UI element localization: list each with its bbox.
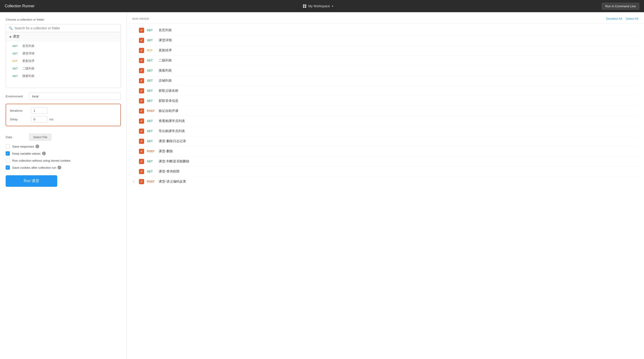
request-checkbox[interactable] — [139, 98, 144, 104]
header-center: My Workspace ▾ — [303, 4, 333, 8]
method-tag: GET — [147, 140, 156, 143]
collection-items: GET 首页列表 GET 课货详情 PUT 更新排序 GET 二级列表 GET — [6, 41, 121, 81]
request-name: 获取父级名称 — [159, 89, 178, 93]
iterations-delay-box: Iterations Delay ms — [6, 104, 121, 126]
request-checkbox[interactable] — [139, 38, 144, 43]
method-put-tag: PUT — [12, 60, 20, 62]
request-checkbox[interactable] — [139, 108, 144, 114]
request-checkbox[interactable] — [139, 118, 144, 124]
request-name: 课货-查询权限 — [159, 170, 180, 174]
request-checkbox[interactable] — [139, 58, 144, 63]
request-name: 导出购课学员列表 — [159, 129, 185, 133]
run-without-cookies-checkbox[interactable] — [6, 158, 10, 162]
delay-label: Delay — [10, 118, 31, 121]
request-checkbox[interactable] — [139, 28, 144, 33]
settings-section: Environment local Iterations Delay ms — [6, 93, 121, 187]
request-checkbox[interactable] — [139, 149, 144, 154]
method-tag: GET — [147, 160, 156, 163]
method-get-tag: GET — [12, 67, 20, 70]
app-title: Collection Runner — [5, 4, 34, 8]
table-row: GET 课货-删除日志记录 — [132, 136, 638, 146]
request-name: 二级列表 — [159, 58, 172, 63]
workspace-chevron-icon: ▾ — [332, 5, 333, 8]
run-without-cookies-label: Run collection without using stored cook… — [12, 159, 71, 162]
request-checkbox[interactable] — [139, 179, 144, 184]
request-checkbox[interactable] — [139, 48, 144, 53]
ms-label: ms — [49, 118, 53, 121]
request-checkbox[interactable] — [139, 139, 144, 144]
request-name: 课货-删除日志记录 — [159, 139, 186, 143]
item-name: 首页列表 — [22, 44, 34, 48]
table-row: GET 课货-查询权限 — [132, 166, 638, 177]
table-row: GET 获取登录信息 — [132, 96, 638, 106]
search-box: 🔍 — [6, 24, 121, 32]
environment-select[interactable]: local — [29, 93, 121, 100]
save-responses-checkbox[interactable] — [6, 144, 10, 148]
save-cookies-row: Save cookies after collection run i — [6, 166, 121, 170]
run-command-line-button[interactable]: Run In Command Line — [602, 3, 639, 10]
save-responses-info-icon[interactable]: i — [36, 144, 39, 148]
workspace-label[interactable]: My Workspace — [308, 4, 330, 8]
list-item[interactable]: PUT 更新排序 — [6, 57, 121, 65]
request-name: 查看购课学员列表 — [159, 119, 185, 123]
request-name: 课货详情 — [159, 38, 172, 42]
method-tag: GET — [147, 79, 156, 82]
method-tag: PUT — [147, 49, 156, 52]
table-row: POST 验证自助开课 — [132, 106, 638, 116]
app-header: Collection Runner My Workspace ▾ Run In … — [0, 0, 644, 12]
request-checkbox[interactable] — [139, 68, 144, 73]
request-checkbox[interactable] — [139, 78, 144, 83]
request-name: 课货-讲义编码反查 — [159, 180, 186, 184]
table-row: GET 二级列表 — [132, 56, 638, 66]
method-tag: GET — [147, 89, 156, 92]
request-checkbox[interactable] — [139, 159, 144, 164]
search-input[interactable] — [14, 26, 118, 30]
table-row: GET 查看购课学员列表 — [132, 116, 638, 126]
save-cookies-info-icon[interactable]: i — [58, 166, 61, 170]
main-layout: Choose a collection or folder 🔍 ◀ 课货 GET… — [0, 12, 644, 359]
right-panel: RUN ORDER Deselect All Select All GET 首页… — [127, 12, 644, 359]
collection-list: ◀ 课货 GET 首页列表 GET 课货详情 PUT 更新排序 GET — [6, 32, 121, 88]
method-tag: POST — [147, 180, 156, 183]
request-checkbox[interactable] — [139, 88, 144, 94]
table-row: ≡ POST 课货-讲义编码反查 — [132, 177, 638, 186]
delay-input[interactable] — [31, 116, 48, 122]
deselect-all-button[interactable]: Deselect All — [606, 17, 622, 20]
table-row: POST 课货-删除 — [132, 146, 638, 156]
data-row: Data Select File — [6, 134, 121, 140]
environment-label: Environment — [6, 94, 29, 98]
search-icon: 🔍 — [9, 26, 13, 30]
request-name: 首页列表 — [159, 28, 172, 32]
request-list: GET 首页列表 GET 课货详情 PUT 更新排序 GET 二级列表 GET … — [127, 24, 644, 188]
save-cookies-checkbox[interactable] — [6, 166, 10, 170]
keep-variable-label: Keep variable values — [12, 152, 40, 155]
iterations-label: Iterations — [10, 109, 31, 112]
keep-variable-info-icon[interactable]: i — [42, 152, 46, 155]
keep-variable-checkbox[interactable] — [6, 151, 10, 156]
table-row: PUT 更新排序 — [132, 46, 638, 56]
method-tag: GET — [147, 69, 156, 72]
list-item[interactable]: GET 课货详情 — [6, 50, 121, 57]
method-get-tag: GET — [12, 74, 20, 78]
list-item[interactable]: GET 首页列表 — [6, 42, 121, 50]
save-responses-row: Save responses i — [6, 144, 121, 148]
request-checkbox[interactable] — [139, 128, 144, 134]
choose-collection-label: Choose a collection or folder — [6, 18, 121, 21]
iterations-input[interactable] — [31, 108, 48, 114]
run-button[interactable]: Run 课货 — [6, 175, 57, 187]
request-name: 课货-判断是否能删除 — [159, 159, 190, 164]
request-checkbox[interactable] — [139, 169, 144, 174]
select-all-button[interactable]: Select All — [626, 17, 638, 20]
list-item[interactable]: GET 搜索列表 — [6, 72, 121, 80]
table-row: GET 课货详情 — [132, 36, 638, 46]
list-item[interactable]: GET 二级列表 — [6, 65, 121, 72]
request-name: 获取登录信息 — [159, 99, 178, 103]
data-label: Data — [6, 136, 29, 139]
collection-name: 课货 — [13, 34, 20, 39]
collection-header[interactable]: ◀ 课货 — [6, 32, 121, 41]
drag-handle-icon[interactable]: ≡ — [132, 180, 136, 184]
table-row: GET 课货-判断是否能删除 — [132, 156, 638, 166]
item-name: 二级列表 — [22, 66, 34, 71]
select-file-button[interactable]: Select File — [29, 134, 52, 140]
environment-row: Environment local — [6, 93, 121, 100]
